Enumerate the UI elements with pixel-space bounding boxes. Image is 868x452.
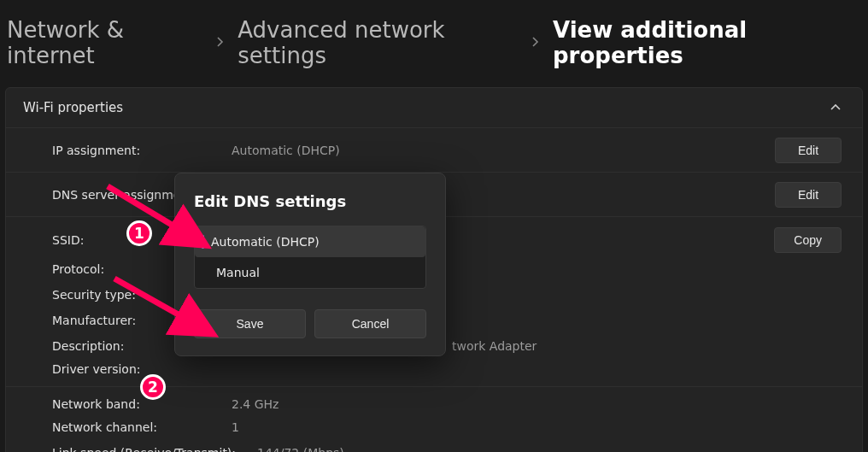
chevron-right-icon [215,35,226,50]
save-button[interactable]: Save [194,309,306,338]
option-manual[interactable]: Manual [195,257,425,288]
copy-button[interactable]: Copy [774,227,842,253]
label-network-channel: Network channel: [52,420,232,434]
dialog-title: Edit DNS settings [194,192,426,210]
row-ip-assignment: IP assignment: Automatic (DHCP) Edit [6,128,862,173]
breadcrumb-advanced[interactable]: Advanced network settings [238,17,519,68]
dns-option-list: Automatic (DHCP) Manual [194,226,426,289]
panel-title: Wi-Fi properties [23,100,123,115]
edit-ip-button[interactable]: Edit [775,138,842,163]
chevron-up-icon [830,102,842,114]
label-network-band: Network band: [52,397,232,411]
breadcrumb: Network & internet Advanced network sett… [0,0,868,87]
panel-header[interactable]: Wi-Fi properties [6,88,862,128]
breadcrumb-current: View additional properties [553,17,861,68]
value-network-band: 2.4 GHz [232,397,842,411]
row-network-band: Network band: 2.4 GHz [6,387,862,414]
row-link-speed: Link speed (Receive/Transmit): 144/72 (M… [6,440,862,452]
option-label: Automatic (DHCP) [211,235,320,249]
dialog-buttons: Save Cancel [194,309,426,338]
value-network-channel: 1 [232,420,842,434]
selection-indicator-icon [202,235,204,249]
label-ip-assignment: IP assignment: [52,144,232,157]
value-ip-assignment: Automatic (DHCP) [232,144,775,157]
edit-dns-dialog: Edit DNS settings Automatic (DHCP) Manua… [174,173,446,356]
value-link-speed: 144/72 (Mbps) [257,446,842,452]
chevron-right-icon [531,35,541,50]
breadcrumb-network[interactable]: Network & internet [7,17,203,68]
label-driver-version: Driver version: [52,362,232,376]
cancel-button[interactable]: Cancel [314,309,426,338]
row-driver-version: Driver version: [6,359,862,387]
row-network-channel: Network channel: 1 [6,414,862,440]
option-automatic-dhcp[interactable]: Automatic (DHCP) [195,226,425,257]
label-link-speed: Link speed (Receive/Transmit): [52,446,257,452]
option-label: Manual [216,266,260,279]
edit-dns-button[interactable]: Edit [775,182,842,208]
